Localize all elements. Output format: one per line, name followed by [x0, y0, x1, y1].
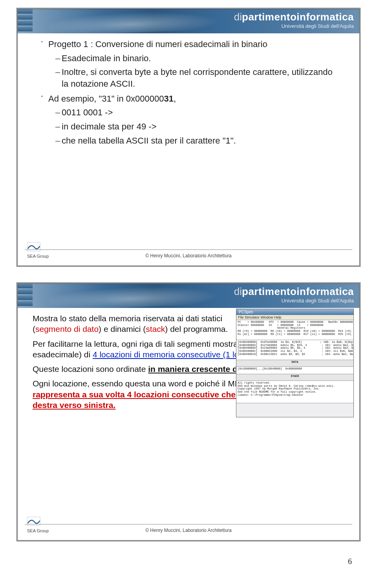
- sub-bin: 0011 0001 ->: [55, 107, 340, 118]
- header-band-2: dipartimentoinformatica Università degli…: [18, 284, 359, 308]
- sub-hex: Esadecimale in binario.: [55, 53, 340, 64]
- sub-dec: in decimale sta per 49 ->: [55, 121, 340, 133]
- sub-ascii: Inoltre, si converta byte a byte nel cor…: [55, 66, 340, 89]
- brand: dipartimentoinformatica Università degli…: [234, 11, 354, 29]
- slide-1: dipartimentoinformatica Università degli…: [16, 8, 361, 267]
- pcspim-registers: PC = 00400000 EPC = 00000000 Cause = 000…: [236, 320, 353, 340]
- pcspim-stack-label: STACK: [236, 374, 353, 381]
- header-band: dipartimentoinformatica Università degli…: [18, 9, 359, 33]
- pcspim-screenshot: PCSpim File Simulator Window Help PC = 0…: [236, 309, 354, 417]
- pcspim-text-segment: [0x00400000] 0x8fa40000 lw $4, 0($29) ; …: [236, 340, 353, 360]
- slide1-body: Progetto 1 : Conversione di numeri esade…: [41, 38, 340, 147]
- sea-logo-icon: [27, 242, 40, 251]
- brand-main: partimentoinformatica: [242, 11, 354, 23]
- sea-logo-icon-2: [27, 517, 40, 526]
- brand-prefix: di: [234, 11, 242, 23]
- slide-2: dipartimentoinformatica Università degli…: [16, 282, 361, 541]
- pcspim-console: All rights reserved. DOS and Windows por…: [236, 381, 353, 403]
- pcspim-data: [0x10000000]...[0x10040000] 0x00000000: [236, 367, 353, 374]
- footer-credit-2: © Henry Muccini, Laboratorio Architettur…: [18, 528, 359, 533]
- pcspim-titlebar: PCSpim: [236, 309, 353, 315]
- brand-sub: Università degli Studi dell'Aquila: [234, 24, 354, 29]
- page-number: 6: [16, 557, 361, 566]
- bullet-project: Progetto 1 : Conversione di numeri esade…: [41, 38, 340, 50]
- pcspim-menu: File Simulator Window Help: [236, 315, 353, 320]
- para-state: Mostra lo stato della memoria riservata …: [33, 313, 237, 335]
- bullet-example: Ad esempio, "31" in 0x00000031, Ad esemp…: [41, 93, 340, 105]
- brand-2: dipartimentoinformatica Università degli…: [234, 286, 354, 304]
- pcspim-data-label: DATA: [236, 360, 353, 367]
- sub-char: che nella tabella ASCII sta per il carat…: [55, 135, 340, 147]
- footer-credit: © Henry Muccini, Laboratorio Architettur…: [18, 253, 359, 259]
